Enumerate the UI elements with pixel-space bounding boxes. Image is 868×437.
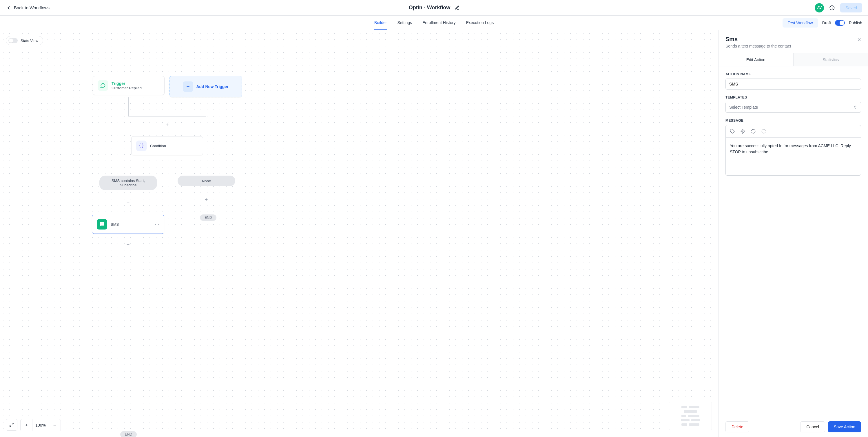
- add-step-button[interactable]: +: [126, 242, 130, 247]
- workflow-canvas[interactable]: Stats View + + + + Trigger Customer Repl…: [0, 30, 718, 437]
- test-workflow-button[interactable]: Test Workflow: [782, 18, 818, 28]
- tab-enrollment-history[interactable]: Enrollment History: [423, 16, 456, 30]
- panel-tab-statistics[interactable]: Statistics: [793, 53, 868, 66]
- chat-icon: [98, 80, 108, 91]
- sms-icon: [97, 219, 107, 229]
- add-step-button[interactable]: +: [204, 197, 209, 202]
- add-trigger-label: Add New Trigger: [196, 84, 228, 89]
- templates-placeholder: Select Template: [729, 105, 758, 110]
- trigger-node[interactable]: Trigger Customer Replied: [93, 76, 164, 95]
- branch-none[interactable]: None: [178, 176, 235, 186]
- end-node: END: [120, 431, 137, 437]
- svg-line-3: [12, 423, 13, 425]
- connector: [167, 157, 167, 166]
- sms-node-label: SMS: [111, 222, 119, 227]
- tag-icon[interactable]: [730, 129, 735, 134]
- trigger-title: Trigger: [112, 81, 142, 86]
- action-name-input[interactable]: [725, 79, 861, 90]
- braces-icon: [136, 141, 147, 151]
- branch-sms-contains[interactable]: SMS contains Start, Subscribe: [99, 176, 157, 190]
- message-label: MESSAGE: [725, 119, 861, 123]
- saved-button: Saved: [840, 3, 862, 12]
- close-icon[interactable]: ×: [857, 36, 861, 43]
- trigger-subtitle: Customer Replied: [112, 86, 142, 90]
- condition-label: Condition: [150, 144, 166, 148]
- expand-icon: [9, 423, 14, 427]
- add-step-button[interactable]: +: [165, 122, 169, 127]
- connector: [128, 166, 206, 166]
- back-to-workflows[interactable]: Back to Workflows: [6, 5, 50, 11]
- stats-view-label: Stats View: [21, 38, 38, 43]
- more-icon[interactable]: ⋯: [188, 143, 198, 149]
- svg-marker-6: [741, 129, 745, 133]
- back-label: Back to Workflows: [14, 5, 50, 10]
- connector: [128, 97, 129, 117]
- zoom-level: 100%: [32, 419, 49, 431]
- plus-icon: [183, 82, 193, 92]
- edit-icon[interactable]: [454, 5, 459, 10]
- connector: [206, 97, 206, 117]
- cancel-button[interactable]: Cancel: [800, 422, 825, 432]
- save-action-button[interactable]: Save Action: [828, 422, 861, 432]
- publish-toggle[interactable]: [835, 20, 845, 26]
- panel-title: Sms: [725, 36, 791, 42]
- add-step-button[interactable]: +: [126, 200, 130, 204]
- action-name-label: ACTION NAME: [725, 72, 861, 76]
- tab-settings[interactable]: Settings: [397, 16, 412, 30]
- minimap[interactable]: [669, 402, 712, 430]
- connector: [128, 166, 128, 176]
- tab-execution-logs[interactable]: Execution Logs: [466, 16, 494, 30]
- svg-line-4: [10, 425, 11, 427]
- end-node: END: [200, 214, 216, 221]
- templates-label: TEMPLATES: [725, 95, 861, 99]
- sms-node[interactable]: SMS ⋯: [92, 215, 164, 234]
- more-icon[interactable]: ⋯: [149, 222, 159, 227]
- panel-subtitle: Sends a text message to the contact: [725, 44, 791, 49]
- zap-icon[interactable]: [740, 129, 745, 134]
- stats-view-toggle[interactable]: [8, 38, 18, 43]
- connector: [128, 236, 128, 259]
- add-new-trigger-button[interactable]: Add New Trigger: [169, 76, 242, 97]
- connector: [128, 116, 206, 117]
- delete-button[interactable]: Delete: [725, 422, 749, 432]
- draft-label: Draft: [822, 21, 831, 25]
- history-icon[interactable]: [829, 5, 835, 11]
- message-textarea[interactable]: You are successfully opted In for messag…: [726, 138, 861, 175]
- undo-icon[interactable]: [751, 129, 756, 134]
- expand-button[interactable]: [6, 419, 18, 431]
- panel-tab-edit[interactable]: Edit Action: [718, 53, 793, 66]
- templates-select[interactable]: Select Template: [725, 102, 861, 113]
- condition-node[interactable]: Condition ⋯: [131, 136, 203, 155]
- tab-builder[interactable]: Builder: [374, 16, 387, 30]
- publish-label: Publish: [849, 21, 862, 25]
- zoom-out-button[interactable]: −: [49, 419, 61, 431]
- connector: [206, 166, 206, 176]
- chevron-updown-icon: [853, 105, 857, 109]
- avatar[interactable]: AV: [815, 3, 824, 12]
- zoom-in-button[interactable]: +: [21, 419, 32, 431]
- action-panel: Sms Sends a text message to the contact …: [718, 30, 868, 437]
- page-title: Optin - Workflow: [409, 5, 451, 11]
- chevron-left-icon: [6, 5, 11, 11]
- stats-view-pill: Stats View: [6, 36, 43, 45]
- redo-icon[interactable]: [761, 129, 766, 134]
